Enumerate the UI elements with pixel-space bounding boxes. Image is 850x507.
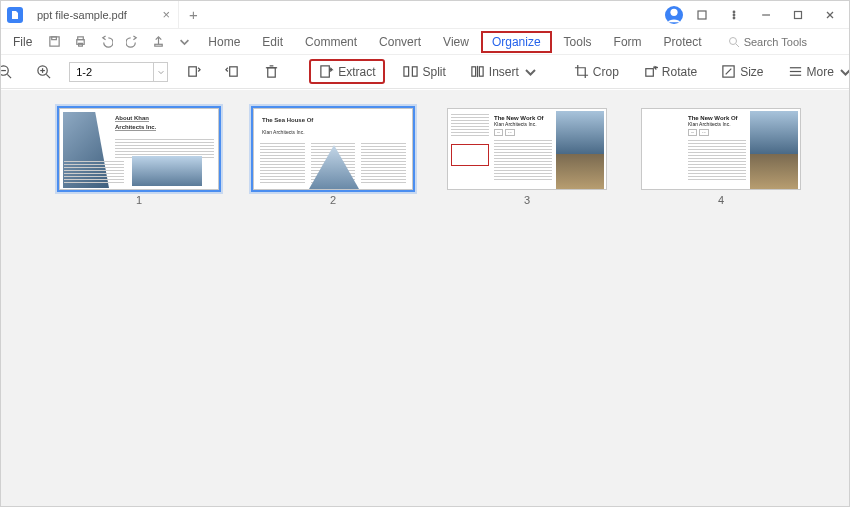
svg-point-4 (733, 17, 735, 19)
svg-rect-33 (479, 67, 483, 76)
save-icon[interactable] (44, 32, 64, 52)
page-thumbnail-4[interactable]: The New Work Of Klan Architects Inc. ···… (641, 108, 801, 190)
search-icon (728, 36, 740, 48)
menu-view[interactable]: View (433, 32, 479, 52)
tab-title: ppt file-sample.pdf (37, 9, 127, 21)
zoom-in-button[interactable] (30, 61, 57, 82)
svg-line-18 (7, 74, 11, 78)
svg-line-16 (736, 44, 739, 47)
menu-protect[interactable]: Protect (654, 32, 712, 52)
zoom-out-button[interactable] (0, 61, 18, 82)
thumb-title: The Sea House Of (262, 117, 313, 123)
svg-rect-6 (795, 11, 802, 18)
more-button[interactable]: More (782, 61, 850, 82)
page-number: 4 (718, 194, 724, 206)
extract-icon (319, 64, 334, 79)
thumb-left-column (451, 114, 489, 184)
more-icon (788, 64, 803, 79)
svg-rect-14 (155, 44, 162, 46)
redo-icon[interactable] (122, 32, 142, 52)
extract-button[interactable]: Extract (309, 59, 385, 84)
page-number: 3 (524, 194, 530, 206)
menu-home[interactable]: Home (198, 32, 250, 52)
page-range-input[interactable] (69, 62, 154, 82)
kebab-menu-icon[interactable] (721, 2, 747, 28)
thumb-text-lines (64, 161, 124, 183)
thumb-subtitle: Klan Architects Inc. (688, 121, 731, 127)
close-tab-icon[interactable]: × (162, 7, 170, 22)
minimize-button[interactable] (753, 2, 779, 28)
extract-label: Extract (338, 65, 375, 79)
thumb-image (556, 111, 604, 189)
app-menu-icon[interactable] (689, 2, 715, 28)
titlebar: ppt file-sample.pdf × + (1, 1, 849, 29)
crop-button[interactable]: Crop (568, 61, 625, 82)
thumb-subtitle: Klan Architects Inc. (262, 129, 305, 135)
svg-rect-1 (698, 11, 706, 19)
chevron-down-icon (523, 64, 538, 79)
menu-form[interactable]: Form (604, 32, 652, 52)
page-thumb-wrap: The New Work Of Klan Architects Inc. ···… (641, 108, 801, 206)
more-label: More (807, 65, 834, 79)
print-icon[interactable] (70, 32, 90, 52)
svg-point-15 (729, 37, 736, 44)
new-tab-button[interactable]: + (179, 6, 208, 23)
size-button[interactable]: Size (715, 61, 769, 82)
page-number: 1 (136, 194, 142, 206)
page-canvas: About Khan Architects Inc. 1 The Sea Hou… (1, 90, 849, 506)
thumb-left-column (645, 114, 683, 184)
file-menu[interactable]: File (7, 35, 38, 49)
quick-dropdown-icon[interactable] (174, 32, 194, 52)
thumb-title-block: About Khan Architects Inc. (115, 115, 214, 133)
split-button[interactable]: Split (397, 61, 451, 82)
svg-rect-24 (189, 67, 197, 76)
thumb-title: About Khan (115, 115, 149, 122)
svg-rect-29 (321, 66, 329, 77)
chevron-down-icon (838, 64, 850, 79)
split-label: Split (422, 65, 445, 79)
share-icon[interactable] (148, 32, 168, 52)
delete-page-button[interactable] (258, 61, 285, 82)
cloud-icon[interactable] (846, 32, 850, 52)
maximize-button[interactable] (785, 2, 811, 28)
menu-comment[interactable]: Comment (295, 32, 367, 52)
crop-label: Crop (593, 65, 619, 79)
page-thumb-wrap: The New Work Of Klan Architects Inc. ···… (447, 108, 607, 206)
search-tools[interactable] (728, 36, 834, 48)
crop-icon (574, 64, 589, 79)
rotate-icon (643, 64, 658, 79)
insert-label: Insert (489, 65, 519, 79)
page-thumb-wrap: About Khan Architects Inc. 1 (59, 108, 219, 206)
menubar: File Home Edit Comment Convert View Orga… (1, 29, 849, 55)
close-window-button[interactable] (817, 2, 843, 28)
page-number: 2 (330, 194, 336, 206)
thumb-subtitle: Architects Inc. (115, 124, 156, 131)
rotate-left-button[interactable] (180, 61, 207, 82)
menu-edit[interactable]: Edit (252, 32, 293, 52)
svg-rect-12 (78, 37, 84, 40)
app-logo (7, 7, 23, 23)
thumb-image (132, 156, 202, 186)
search-input[interactable] (744, 36, 834, 48)
menu-tools[interactable]: Tools (554, 32, 602, 52)
page-range-dropdown[interactable] (154, 62, 168, 82)
rotate-button[interactable]: Rotate (637, 61, 703, 82)
size-label: Size (740, 65, 763, 79)
undo-icon[interactable] (96, 32, 116, 52)
menu-organize[interactable]: Organize (481, 31, 552, 53)
svg-rect-25 (230, 67, 238, 76)
rotate-right-button[interactable] (219, 61, 246, 82)
user-avatar[interactable] (665, 6, 683, 24)
page-thumbnail-1[interactable]: About Khan Architects Inc. (59, 108, 219, 190)
menu-convert[interactable]: Convert (369, 32, 431, 52)
svg-rect-30 (404, 67, 409, 76)
insert-button[interactable]: Insert (464, 61, 544, 82)
page-thumbnail-2[interactable]: The Sea House Of Klan Architects Inc. (253, 108, 413, 190)
split-icon (403, 64, 418, 79)
document-tab[interactable]: ppt file-sample.pdf × (29, 1, 179, 28)
thumb-title-block: The Sea House Of Klan Architects Inc. (262, 117, 313, 135)
page-thumbnail-3[interactable]: The New Work Of Klan Architects Inc. ···… (447, 108, 607, 190)
svg-rect-26 (268, 68, 276, 77)
svg-rect-35 (646, 69, 654, 77)
organize-toolbar: Extract Split Insert Crop Rotate Size Mo… (1, 55, 849, 89)
